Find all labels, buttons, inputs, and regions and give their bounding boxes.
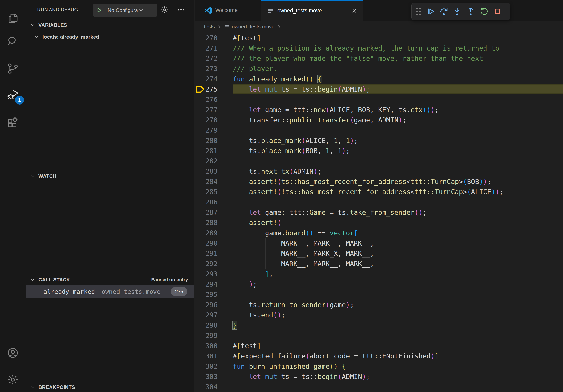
code-token: ( [467,188,471,196]
line-number[interactable]: 304 [194,382,218,392]
code-line-277[interactable]: 277 let game = ttt::new(ALICE, BOB, KEY,… [194,105,563,115]
continue-icon[interactable] [426,7,435,16]
code-line-276[interactable]: 276 [194,94,563,105]
account-icon[interactable] [7,347,19,359]
line-number[interactable]: 274 [194,74,218,84]
code-line-285[interactable]: 285 assert!(!ts::has_most_recent_for_add… [194,187,563,197]
breadcrumb-folder[interactable]: tests [204,24,215,30]
code-line-270[interactable]: 270#[test] [194,33,563,43]
start-debug-icon[interactable] [96,7,102,14]
line-number[interactable]: 300 [194,341,218,351]
close-tab-icon[interactable] [351,8,358,14]
line-number[interactable]: 295 [194,289,218,300]
code-line-283[interactable]: 283 ts.next_tx(ADMIN); [194,166,563,176]
code-line-286[interactable]: 286 [194,197,563,207]
line-number[interactable]: 299 [194,330,218,341]
line-number[interactable]: 288 [194,218,218,228]
code-line-273[interactable]: 273/// player. [194,64,563,74]
line-number[interactable]: 280 [194,135,218,146]
extensions-icon[interactable] [7,117,19,130]
code-line-300[interactable]: 300#[test] [194,341,563,351]
line-number[interactable]: 276 [194,94,218,105]
line-number[interactable]: 272 [194,53,218,64]
code-line-298[interactable]: 298} [194,320,563,330]
code-line-296[interactable]: 296 ts.return_to_sender(game); [194,300,563,310]
line-number[interactable]: 289 [194,228,218,238]
line-number[interactable]: 303 [194,371,218,382]
explorer-icon[interactable] [7,12,19,25]
line-number[interactable]: 283 [194,166,218,176]
search-icon[interactable] [7,35,19,48]
code-line-294[interactable]: 294 ); [194,279,563,289]
code-line-280[interactable]: 280 ts.place_mark(ALICE, 1, 1); [194,135,563,146]
code-line-272[interactable]: 272/// the player who made the "false" m… [194,53,563,64]
line-number[interactable]: 290 [194,238,218,248]
code-line-303[interactable]: 303 let mut ts = ts::begin(ADMIN); [194,371,563,382]
line-number[interactable]: 284 [194,176,218,187]
line-number[interactable]: 301 [194,351,218,361]
code-line-278[interactable]: 278 transfer::public_transfer(game, ADMI… [194,115,563,125]
line-number[interactable]: 296 [194,300,218,310]
line-number[interactable]: 275 [194,84,218,94]
code-line-274[interactable]: 274fun already_marked() { [194,74,563,84]
code-line-302[interactable]: 302fun burn_unfinished_game() { [194,361,563,371]
code-line-292[interactable]: 292 MARK__, MARK__, MARK__, [194,259,563,269]
variables-scope-row[interactable]: locals: already_marked [26,31,194,43]
line-number[interactable]: 286 [194,197,218,207]
more-actions-icon[interactable] [177,5,186,14]
code-line-290[interactable]: 290 MARK__, MARK__, MARK__, [194,238,563,248]
line-number[interactable]: 294 [194,279,218,289]
line-number[interactable]: 285 [194,187,218,197]
breadcrumb-more[interactable]: ... [284,24,288,30]
code-line-279[interactable]: 279 [194,125,563,135]
step-into-icon[interactable] [453,7,462,16]
breakpoints-section-header[interactable]: BREAKPOINTS [26,382,194,392]
code-line-293[interactable]: 293 ], [194,269,563,279]
line-number[interactable]: 271 [194,43,218,53]
line-number[interactable]: 302 [194,361,218,371]
code-line-284[interactable]: 284 assert!(ts::has_most_recent_for_addr… [194,176,563,187]
breadcrumb-file[interactable]: owned_tests.move [232,24,275,30]
line-number[interactable]: 297 [194,310,218,320]
code-line-282[interactable]: 282 [194,156,563,166]
call-stack-section-header[interactable]: CALL STACK Paused on entry [26,274,194,285]
code-line-288[interactable]: 288 assert!( [194,218,563,228]
toolbar-drag-handle-icon[interactable] [416,8,421,15]
code-line-301[interactable]: 301#[expected_failure(abort_code = ttt::… [194,351,563,361]
source-control-icon[interactable] [7,62,19,75]
watch-section-header[interactable]: WATCH [26,170,194,182]
line-number[interactable]: 277 [194,105,218,115]
debug-configuration-dropdown[interactable]: No Configura [93,3,157,17]
line-number[interactable]: 291 [194,248,218,259]
code-line-281[interactable]: 281 ts.place_mark(BOB, 1, 1); [194,146,563,156]
tab-owned-tests[interactable]: owned_tests.move [261,0,363,21]
debug-settings-gear-icon[interactable] [160,5,169,14]
line-number[interactable]: 298 [194,320,218,330]
code-line-297[interactable]: 297 ts.end(); [194,310,563,320]
code-line-299[interactable]: 299 [194,330,563,341]
line-number[interactable]: 273 [194,64,218,74]
code-line-289[interactable]: 289 game.board() == vector[ [194,228,563,238]
code-line-275[interactable]: 275 let mut ts = ts::begin(ADMIN); [194,84,563,94]
step-over-icon[interactable] [439,7,448,16]
line-number[interactable]: 282 [194,156,218,166]
variables-section-header[interactable]: VARIABLES [26,19,194,31]
line-number[interactable]: 292 [194,259,218,269]
line-number[interactable]: 287 [194,207,218,218]
settings-gear-icon[interactable] [7,373,19,386]
code-line-295[interactable]: 295 [194,289,563,300]
code-line-291[interactable]: 291 MARK__, MARK_X, MARK__, [194,248,563,259]
line-number[interactable]: 293 [194,269,218,279]
call-stack-frame-row[interactable]: already_marked owned_tests.move 275 [26,285,194,298]
restart-icon[interactable] [480,7,489,16]
line-number[interactable]: 278 [194,115,218,125]
code-line-287[interactable]: 287 let game: ttt::Game = ts.take_from_s… [194,207,563,218]
line-number[interactable]: 270 [194,33,218,43]
step-out-icon[interactable] [466,7,475,16]
code-line-304[interactable]: 304 [194,382,563,392]
line-number[interactable]: 281 [194,146,218,156]
code-line-271[interactable]: 271/// When a position is already marked… [194,43,563,53]
stop-icon[interactable] [493,7,502,16]
tab-welcome[interactable]: Welcome [199,0,261,21]
line-number[interactable]: 279 [194,125,218,135]
